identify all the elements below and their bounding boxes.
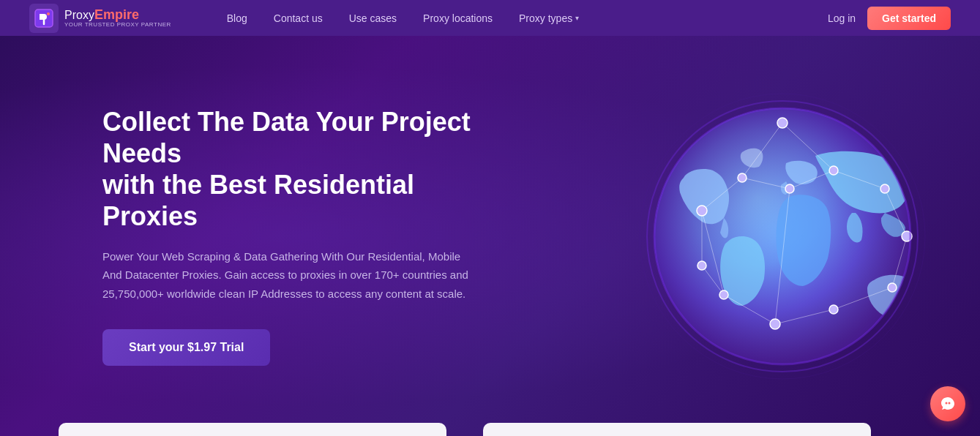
- logo-empire: Empire: [94, 7, 139, 22]
- svg-point-33: [697, 261, 706, 270]
- svg-point-22: [777, 118, 788, 128]
- nav-links: Blog Contact us Use cases Proxy location…: [215, 8, 828, 29]
- get-started-button[interactable]: Get started: [867, 7, 951, 30]
- bottom-card-left: [59, 423, 446, 436]
- nav-proxy-locations[interactable]: Proxy locations: [411, 8, 504, 29]
- bottom-card-right: [483, 423, 871, 436]
- nav-proxy-types[interactable]: Proxy types ▾: [507, 8, 591, 29]
- logo-tagline: YOUR TRUSTED PROXY PARTNER: [64, 21, 171, 28]
- nav-contact[interactable]: Contact us: [262, 8, 334, 29]
- svg-point-27: [880, 184, 889, 193]
- svg-point-29: [888, 283, 897, 292]
- hero-title: Collect The Data Your Project Needswith …: [102, 106, 483, 233]
- navbar: ProxyEmpire YOUR TRUSTED PROXY PARTNER B…: [0, 0, 980, 36]
- hero-section: Collect The Data Your Project Needswith …: [0, 36, 980, 436]
- svg-point-1: [47, 12, 50, 15]
- svg-point-32: [719, 290, 728, 299]
- hero-description: Power Your Web Scraping & Data Gathering…: [102, 247, 468, 304]
- proxy-types-label: Proxy types: [519, 12, 572, 24]
- trial-button[interactable]: Start your $1.97 Trial: [102, 329, 270, 366]
- hero-content: Collect The Data Your Project Needswith …: [102, 106, 483, 366]
- svg-point-24: [829, 166, 838, 175]
- logo[interactable]: ProxyEmpire YOUR TRUSTED PROXY PARTNER: [29, 4, 171, 33]
- logo-text: ProxyEmpire YOUR TRUSTED PROXY PARTNER: [64, 8, 171, 28]
- nav-blog[interactable]: Blog: [215, 8, 259, 29]
- svg-point-25: [697, 206, 707, 216]
- nav-use-cases[interactable]: Use cases: [337, 8, 408, 29]
- login-link[interactable]: Log in: [828, 12, 856, 24]
- chevron-down-icon: ▾: [575, 14, 579, 22]
- svg-point-23: [738, 173, 747, 182]
- chat-button[interactable]: [930, 386, 965, 421]
- svg-point-30: [829, 305, 838, 314]
- svg-point-31: [770, 319, 780, 329]
- logo-icon: [29, 4, 59, 33]
- nav-actions: Log in Get started: [828, 7, 951, 30]
- logo-proxy: Proxy: [64, 9, 94, 21]
- svg-point-26: [785, 184, 794, 193]
- globe-visual: [629, 83, 936, 390]
